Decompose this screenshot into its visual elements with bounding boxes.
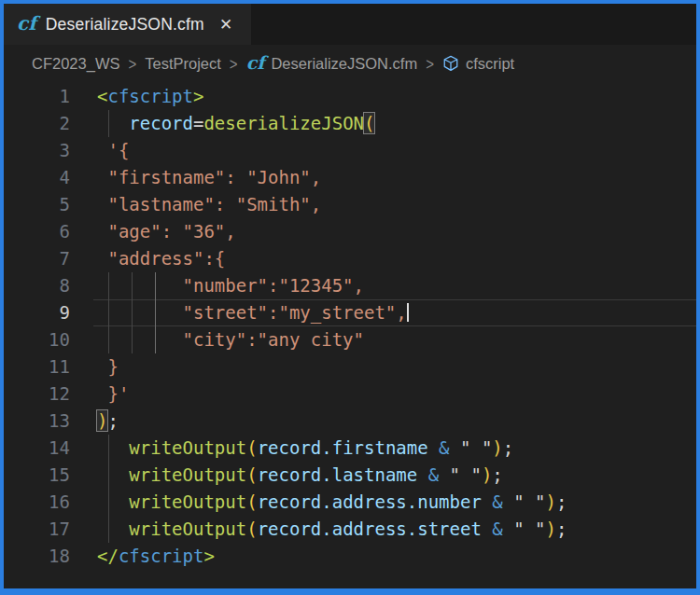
code-token (439, 464, 449, 485)
breadcrumb-label: DeserializeJSON.cfm (271, 55, 417, 73)
code-line[interactable]: 1<cfscript> (4, 83, 696, 110)
close-icon[interactable]: ✕ (219, 17, 232, 33)
code-token: ) (546, 519, 556, 539)
code-token: ; (556, 491, 567, 512)
code-token (503, 519, 513, 539)
code-line[interactable]: 8 "number":"12345", (4, 272, 696, 299)
code-line[interactable]: 7 "address":{ (4, 245, 696, 272)
code-token: record.address.street (258, 519, 482, 539)
chevron-right-icon: > (128, 53, 136, 73)
code-token: " " (513, 491, 545, 512)
code-token: ; (107, 410, 118, 431)
line-number: 12 (4, 381, 93, 408)
breadcrumb-item-workspace[interactable]: CF2023_WS (32, 55, 119, 73)
code-token: ( (364, 113, 374, 133)
window-content: cf DeserializeJSON.cfm ✕ CF2023_WS > Tes… (4, 4, 696, 588)
code-token: }' (97, 383, 129, 404)
code-line[interactable]: 9 "street":"my_street", (4, 299, 696, 326)
indent-guide (108, 326, 109, 353)
indent-guide (108, 516, 109, 543)
code-token: "city":"any city" (97, 329, 364, 350)
code-token: ; (556, 519, 567, 539)
code-text: }' (93, 381, 696, 408)
code-token: ) (492, 437, 502, 458)
editor-window: cf DeserializeJSON.cfm ✕ CF2023_WS > Tes… (0, 0, 700, 595)
code-token: cfscript (119, 546, 204, 566)
code-token: "number":"12345", (97, 275, 364, 296)
code-token: ; (492, 464, 502, 485)
line-number: 7 (4, 245, 93, 272)
code-text: } (93, 353, 696, 381)
line-number: 15 (4, 462, 93, 489)
code-text: <cfscript> (93, 83, 696, 110)
code-token (97, 491, 129, 512)
code-token (417, 464, 427, 485)
symbol-cube-icon (442, 55, 459, 72)
code-token: record.lastname (258, 464, 418, 485)
code-editor[interactable]: 1<cfscript>2 record=deserializeJSON(3 '{… (4, 82, 696, 588)
code-token: ) (482, 464, 492, 485)
breadcrumb-item-symbol[interactable]: cfscript (442, 55, 514, 73)
code-token: record (129, 113, 193, 133)
indent-guide (132, 272, 133, 299)
code-line[interactable]: 12 }' (4, 381, 696, 408)
code-line[interactable]: 15 writeOutput(record.lastname & " "); (4, 462, 696, 489)
breadcrumb-item-project[interactable]: TestProject (145, 55, 221, 73)
indent-guide (108, 272, 109, 299)
indent-guide (132, 326, 133, 353)
code-text: writeOutput(record.lastname & " "); (93, 462, 696, 489)
code-token: ) (97, 410, 107, 431)
code-token: "address":{ (97, 248, 225, 269)
indent-guide (108, 462, 109, 489)
indent-guide (155, 326, 156, 353)
breadcrumb-item-file[interactable]: cf DeserializeJSON.cfm (246, 55, 418, 73)
code-token: "street":"my_street", (97, 302, 407, 323)
line-number: 9 (4, 299, 93, 326)
code-line[interactable]: 6 "age": "36", (4, 218, 696, 245)
code-token: deserializeJSON (203, 113, 364, 133)
indent-guide (108, 489, 109, 516)
tab-title: DeserializeJSON.cfm (46, 15, 204, 35)
code-token: > (193, 86, 203, 106)
code-line[interactable]: 14 writeOutput(record.firstname & " "); (4, 435, 696, 462)
code-line[interactable]: 4 "firstname": "John", (4, 164, 696, 191)
code-text: '{ (93, 137, 696, 164)
code-line[interactable]: 3 '{ (4, 137, 696, 164)
chevron-right-icon: > (426, 53, 434, 73)
code-token: '{ (97, 140, 129, 160)
code-token: ( (246, 437, 257, 458)
breadcrumb: CF2023_WS > TestProject > cf Deserialize… (4, 45, 696, 82)
code-token: record.address.number (258, 491, 482, 512)
line-number: 6 (4, 218, 93, 245)
tab-deserializejson[interactable]: cf DeserializeJSON.cfm ✕ (4, 4, 251, 45)
code-token (450, 437, 460, 458)
code-line[interactable]: 10 "city":"any city" (4, 326, 696, 353)
code-token: & (428, 464, 439, 485)
line-number: 2 (4, 110, 93, 137)
indent-guide (108, 435, 109, 462)
code-text: "lastname": "Smith", (93, 191, 696, 218)
code-line[interactable]: 16 writeOutput(record.address.number & "… (4, 489, 696, 516)
coldfusion-file-icon: cf (246, 54, 265, 72)
indent-guide (132, 299, 133, 326)
line-number: 13 (4, 408, 93, 435)
breadcrumb-label: TestProject (145, 55, 221, 73)
coldfusion-file-icon: cf (17, 14, 36, 33)
line-number: 16 (4, 489, 93, 516)
code-line[interactable]: 13); (4, 408, 696, 435)
code-token: cfscript (107, 86, 193, 106)
code-token (97, 437, 129, 458)
code-line[interactable]: 17 writeOutput(record.address.street & "… (4, 516, 696, 543)
code-token: = (193, 113, 203, 133)
code-token: ; (503, 437, 513, 458)
code-line[interactable]: 18</cfscript> (4, 543, 696, 570)
code-line[interactable]: 11 } (4, 353, 696, 381)
code-token: writeOutput (129, 437, 246, 458)
code-line[interactable]: 5 "lastname": "Smith", (4, 191, 696, 218)
line-number: 14 (4, 435, 93, 462)
code-text: "street":"my_street", (93, 299, 696, 326)
code-text: writeOutput(record.address.number & " ")… (93, 489, 696, 516)
line-number: 10 (4, 326, 93, 353)
code-text: "age": "36", (93, 218, 696, 245)
code-line[interactable]: 2 record=deserializeJSON( (4, 110, 696, 137)
